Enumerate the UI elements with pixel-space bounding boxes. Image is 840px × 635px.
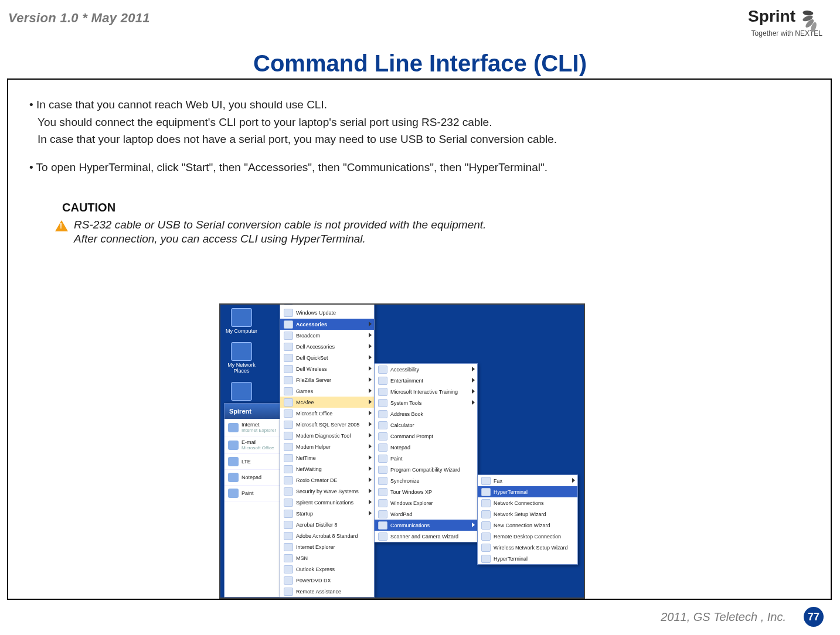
menu-item[interactable]: Startup xyxy=(280,508,374,519)
all-programs-menu[interactable]: Set Program Access and DefaultsWindows C… xyxy=(280,303,375,598)
menu-item-label: FileZilla Server xyxy=(296,377,331,383)
menu-item[interactable]: Entertainment xyxy=(375,375,477,386)
menu-item[interactable]: Fax xyxy=(478,475,577,486)
bullet-1-line-2: You should connect the equipment's CLI p… xyxy=(29,115,810,130)
menu-item[interactable]: WordPad xyxy=(375,508,477,520)
menu-item[interactable]: NetWaiting xyxy=(280,463,374,474)
menu-item-label: Microsoft SQL Server 2005 xyxy=(296,422,359,428)
app-icon xyxy=(228,423,239,432)
menu-item[interactable]: New Connection Wizard xyxy=(478,520,577,531)
brand-logo: Sprint Together with NEXTEL xyxy=(748,5,822,37)
menu-item-icon xyxy=(284,309,293,317)
menu-item[interactable]: Adobe Acrobat 8 Standard xyxy=(280,530,374,541)
menu-item[interactable]: Scanner and Camera Wizard xyxy=(375,531,477,542)
version-label: Version 1.0 * May 2011 xyxy=(8,11,150,26)
menu-item-icon xyxy=(378,410,387,418)
menu-item[interactable]: System Tools xyxy=(375,397,477,408)
menu-item[interactable]: Communications xyxy=(375,520,477,531)
menu-item[interactable]: Dell Accessories xyxy=(280,341,374,352)
body-text: In case that you cannot reach Web UI, yo… xyxy=(29,97,810,175)
menu-item-icon xyxy=(378,421,387,429)
menu-item-icon xyxy=(481,544,491,552)
menu-item-label: Modem Helper xyxy=(296,444,331,450)
menu-item[interactable]: Acrobat Distiller 8 xyxy=(280,519,374,530)
start-menu-left-panel[interactable]: Spirent InternetInternet ExplorerE-mailM… xyxy=(224,403,281,598)
menu-item-icon xyxy=(378,488,387,496)
app-icon xyxy=(228,489,239,498)
menu-item[interactable]: Roxio Creator DE xyxy=(280,474,374,486)
menu-item[interactable]: FileZilla Server xyxy=(280,374,374,385)
menu-item-icon xyxy=(378,499,387,507)
start-pinned-label: Paint xyxy=(242,490,254,496)
menu-item[interactable]: Dell Wireless xyxy=(280,363,374,374)
start-pinned-item[interactable]: LTE xyxy=(225,454,280,470)
menu-item[interactable]: Windows Update xyxy=(280,307,374,319)
menu-item[interactable]: Windows Explorer xyxy=(375,497,477,508)
menu-item-label: HyperTerminal xyxy=(494,489,528,495)
menu-item-label: NetTime xyxy=(296,455,316,461)
communications-submenu[interactable]: FaxHyperTerminalNetwork ConnectionsNetwo… xyxy=(477,474,578,565)
desktop-icon[interactable]: My Network Places xyxy=(224,342,259,374)
accessories-submenu[interactable]: AccessibilityEntertainmentMicrosoft Inte… xyxy=(374,363,478,542)
menu-item[interactable]: Network Setup Wizard xyxy=(478,508,577,520)
menu-item[interactable]: Notepad xyxy=(375,442,477,453)
accessories-header-item[interactable]: Accessories xyxy=(280,319,374,330)
menu-item[interactable]: Modem Helper xyxy=(280,441,374,452)
menu-item[interactable]: PowerDVD DX xyxy=(280,575,374,586)
menu-item[interactable]: Security by Wave Systems xyxy=(280,486,374,497)
menu-item-icon xyxy=(284,443,293,451)
menu-item[interactable]: Accessibility xyxy=(375,364,477,375)
start-pinned-item[interactable]: Notepad xyxy=(225,470,280,486)
page-title: Command Line Interface (CLI) xyxy=(0,50,840,77)
menu-item[interactable]: Tour Windows XP xyxy=(375,486,477,497)
menu-item-icon xyxy=(481,477,491,485)
menu-item-label: Remote Desktop Connection xyxy=(494,534,561,540)
menu-item[interactable]: HyperTerminal xyxy=(478,486,577,497)
menu-item-icon xyxy=(284,487,293,496)
menu-item-label: Acrobat Distiller 8 xyxy=(296,522,338,528)
menu-item-icon xyxy=(284,521,293,529)
menu-item[interactable]: Broadcom xyxy=(280,330,374,341)
menu-item-label: Entertainment xyxy=(390,378,423,384)
menu-item[interactable]: Outlook Express xyxy=(280,564,374,575)
menu-item[interactable]: Remote Desktop Connection xyxy=(478,531,577,542)
menu-item[interactable]: Calculator xyxy=(375,419,477,431)
menu-item[interactable]: Microsoft Interactive Training xyxy=(375,386,477,397)
menu-item[interactable]: Games xyxy=(280,385,374,397)
menu-item[interactable]: Address Book xyxy=(375,408,477,419)
menu-item-icon xyxy=(378,466,387,474)
caution-line-1: RS-232 cable or USB to Serial conversion… xyxy=(74,218,486,233)
menu-item-icon xyxy=(378,399,387,407)
start-pinned-item[interactable]: InternetInternet Explorer xyxy=(225,419,280,436)
start-pinned-item[interactable]: E-mailMicrosoft Office xyxy=(225,436,280,454)
menu-item[interactable]: Microsoft SQL Server 2005 xyxy=(280,419,374,430)
menu-item-label: Paint xyxy=(390,456,403,462)
menu-item[interactable]: Command Prompt xyxy=(375,431,477,442)
page-number-badge: 77 xyxy=(804,607,824,627)
menu-item[interactable]: Paint xyxy=(375,453,477,464)
menu-item[interactable]: Network Connections xyxy=(478,497,577,508)
menu-item[interactable]: Internet Explorer xyxy=(280,541,374,552)
menu-item[interactable]: Modem Diagnostic Tool xyxy=(280,430,374,441)
desktop-icon[interactable]: My Computer xyxy=(224,308,259,334)
menu-item-label: MSN xyxy=(296,555,308,561)
start-pinned-item[interactable]: Paint xyxy=(225,486,280,501)
menu-item[interactable]: McAfee xyxy=(280,397,374,408)
menu-item[interactable]: MSN xyxy=(280,552,374,564)
menu-item[interactable]: Remote Assistance xyxy=(280,586,374,597)
menu-item-icon xyxy=(284,532,293,540)
menu-item[interactable]: HyperTerminal xyxy=(478,553,577,564)
menu-item[interactable]: Microsoft Office xyxy=(280,408,374,419)
page-footer: 2011, GS Teletech , Inc. 77 xyxy=(661,607,824,627)
menu-item-icon xyxy=(284,376,293,384)
menu-item-icon xyxy=(378,521,387,530)
menu-item[interactable]: NetTime xyxy=(280,452,374,463)
menu-item[interactable]: Dell QuickSet xyxy=(280,352,374,363)
menu-item-icon xyxy=(284,588,293,596)
menu-item[interactable]: Wireless Network Setup Wizard xyxy=(478,542,577,553)
brand-fan-icon xyxy=(799,5,822,28)
menu-item[interactable]: Synchronize xyxy=(375,475,477,486)
menu-item[interactable]: Spirent Communications xyxy=(280,497,374,508)
warning-icon xyxy=(55,220,68,231)
menu-item[interactable]: Program Compatibility Wizard xyxy=(375,464,477,475)
